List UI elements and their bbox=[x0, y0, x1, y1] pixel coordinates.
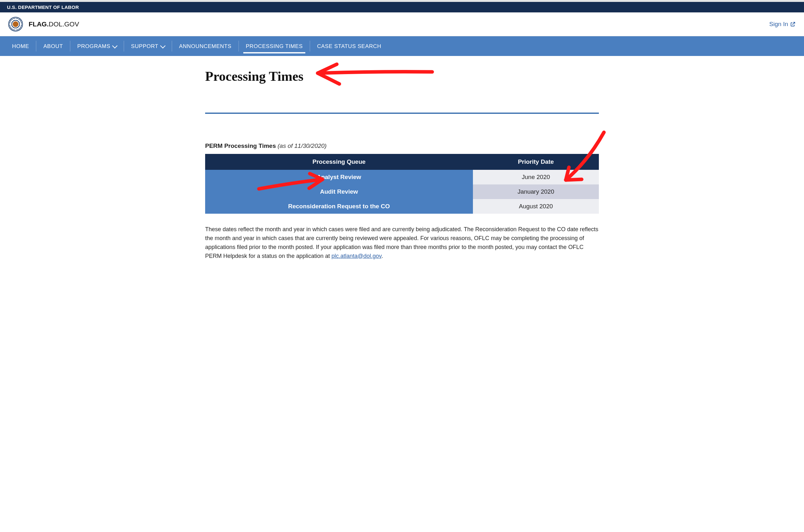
col-head-date: Priority Date bbox=[473, 154, 599, 170]
dol-seal-icon bbox=[8, 17, 23, 32]
date-cell: June 2020 bbox=[473, 170, 599, 185]
section-heading-italic: (as of 11/30/2020) bbox=[277, 142, 327, 149]
table-row: Reconsideration Request to the CO August… bbox=[205, 199, 599, 214]
nav-about[interactable]: ABOUT bbox=[36, 36, 70, 56]
brand-left: FLAG.DOL.GOV bbox=[8, 17, 79, 32]
external-link-icon bbox=[790, 21, 796, 27]
site-title[interactable]: FLAG.DOL.GOV bbox=[28, 20, 79, 28]
table-row: Analyst Review June 2020 bbox=[205, 170, 599, 185]
nav-case-status-label: CASE STATUS SEARCH bbox=[317, 43, 381, 50]
note-after: . bbox=[381, 253, 383, 259]
queue-cell: Reconsideration Request to the CO bbox=[205, 199, 473, 214]
nav-support[interactable]: SUPPORT bbox=[124, 36, 172, 56]
page-content: Processing Times PERM Processing Times (… bbox=[197, 56, 607, 280]
sign-in-label: Sign In bbox=[769, 21, 788, 28]
site-title-rest: DOL.GOV bbox=[49, 20, 79, 28]
chevron-down-icon bbox=[112, 43, 117, 49]
nav-case-status[interactable]: CASE STATUS SEARCH bbox=[310, 36, 388, 56]
nav-programs[interactable]: PROGRAMS bbox=[70, 36, 124, 56]
date-cell: January 2020 bbox=[473, 185, 599, 199]
brand-bar: FLAG.DOL.GOV Sign In bbox=[0, 13, 804, 36]
explanatory-note: These dates reflect the month and year i… bbox=[205, 225, 599, 261]
department-bar: U.S. DEPARTMENT OF LABOR bbox=[0, 2, 804, 13]
chevron-down-icon bbox=[160, 43, 166, 49]
nav-programs-label: PROGRAMS bbox=[77, 43, 110, 50]
table-row: Audit Review January 2020 bbox=[205, 185, 599, 199]
main-nav: HOME ABOUT PROGRAMS SUPPORT ANNOUNCEMENT… bbox=[0, 36, 804, 56]
processing-times-table: Processing Queue Priority Date Analyst R… bbox=[205, 154, 599, 214]
sign-in-link[interactable]: Sign In bbox=[769, 21, 796, 28]
nav-home-label: HOME bbox=[12, 43, 29, 50]
col-head-queue: Processing Queue bbox=[205, 154, 473, 170]
section-rule bbox=[205, 113, 599, 114]
page-title: Processing Times bbox=[205, 69, 599, 84]
helpdesk-email-link[interactable]: plc.atlanta@dol.gov bbox=[331, 253, 381, 259]
queue-cell: Audit Review bbox=[205, 185, 473, 199]
nav-announcements[interactable]: ANNOUNCEMENTS bbox=[172, 36, 238, 56]
nav-announcements-label: ANNOUNCEMENTS bbox=[179, 43, 231, 50]
nav-support-label: SUPPORT bbox=[131, 43, 158, 50]
date-cell: August 2020 bbox=[473, 199, 599, 214]
site-title-bold: FLAG. bbox=[28, 20, 49, 28]
section-heading-bold: PERM Processing Times bbox=[205, 142, 276, 149]
section-heading: PERM Processing Times (as of 11/30/2020) bbox=[205, 142, 599, 150]
nav-about-label: ABOUT bbox=[43, 43, 63, 50]
note-text: These dates reflect the month and year i… bbox=[205, 226, 598, 259]
nav-processing-times-label: PROCESSING TIMES bbox=[246, 43, 303, 50]
department-label: U.S. DEPARTMENT OF LABOR bbox=[7, 4, 79, 10]
nav-home[interactable]: HOME bbox=[5, 36, 36, 56]
nav-processing-times[interactable]: PROCESSING TIMES bbox=[239, 36, 310, 56]
queue-cell: Analyst Review bbox=[205, 170, 473, 185]
